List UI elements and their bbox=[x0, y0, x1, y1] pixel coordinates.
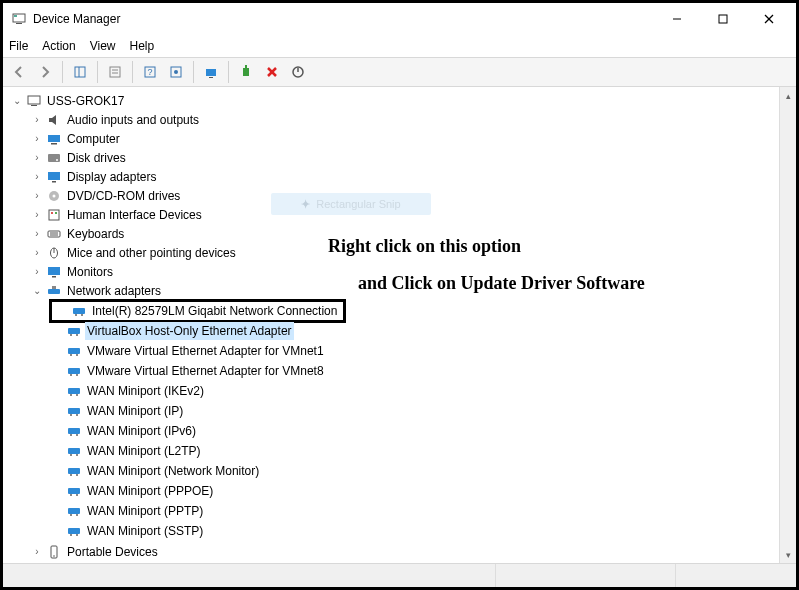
svg-rect-58 bbox=[76, 394, 78, 396]
tree-category[interactable]: ›Display adapters bbox=[29, 168, 160, 186]
properties-button[interactable] bbox=[103, 60, 127, 84]
tree-device[interactable]: VirtualBox Host-Only Ethernet Adapter bbox=[49, 322, 296, 340]
tree-device[interactable]: WAN Miniport (Network Monitor) bbox=[49, 462, 263, 480]
tree-device-label: WAN Miniport (PPTP) bbox=[85, 502, 205, 520]
tree-device-label: WAN Miniport (L2TP) bbox=[85, 442, 203, 460]
scroll-down-icon[interactable]: ▾ bbox=[780, 546, 796, 563]
network-adapter-icon bbox=[66, 383, 82, 399]
stop-device-button[interactable] bbox=[286, 60, 310, 84]
mouse-icon bbox=[46, 245, 62, 261]
keyboard-icon bbox=[46, 226, 62, 242]
tree-device[interactable]: WAN Miniport (IPv6) bbox=[49, 422, 200, 440]
computer-icon bbox=[46, 131, 62, 147]
close-button[interactable] bbox=[746, 4, 792, 34]
tree-device-label: WAN Miniport (Network Monitor) bbox=[85, 462, 261, 480]
tree-category[interactable]: ›Human Interface Devices bbox=[29, 206, 206, 224]
tree-category[interactable]: ›Keyboards bbox=[29, 225, 128, 243]
svg-rect-47 bbox=[68, 328, 80, 334]
tree-category-label: Network adapters bbox=[65, 282, 163, 300]
chevron-down-icon[interactable]: ⌄ bbox=[11, 95, 23, 107]
chevron-right-icon[interactable]: › bbox=[31, 228, 43, 240]
tree-category[interactable]: ›Disk drives bbox=[29, 149, 130, 167]
menu-action[interactable]: Action bbox=[42, 39, 75, 53]
disk-icon bbox=[46, 150, 62, 166]
chevron-right-icon[interactable]: › bbox=[31, 247, 43, 259]
uninstall-device-button[interactable] bbox=[260, 60, 284, 84]
chevron-right-icon[interactable]: › bbox=[31, 152, 43, 164]
menu-view[interactable]: View bbox=[90, 39, 116, 53]
svg-rect-78 bbox=[70, 534, 72, 536]
back-button[interactable] bbox=[7, 60, 31, 84]
tree-device-label: VMware Virtual Ethernet Adapter for VMne… bbox=[85, 342, 326, 360]
chevron-right-icon[interactable]: › bbox=[31, 190, 43, 202]
svg-rect-33 bbox=[51, 212, 53, 214]
tree-device[interactable]: WAN Miniport (PPPOE) bbox=[49, 482, 217, 500]
statusbar bbox=[3, 563, 796, 587]
menu-help[interactable]: Help bbox=[130, 39, 155, 53]
svg-rect-46 bbox=[81, 314, 83, 316]
window-controls bbox=[654, 4, 792, 34]
show-hide-console-tree-button[interactable] bbox=[68, 60, 92, 84]
tree-device[interactable]: VMware Virtual Ethernet Adapter for VMne… bbox=[49, 362, 328, 380]
tree-device[interactable]: WAN Miniport (SSTP) bbox=[49, 522, 207, 540]
minimize-button[interactable] bbox=[654, 4, 700, 34]
tree-category[interactable]: ›Mice and other pointing devices bbox=[29, 244, 240, 262]
chevron-down-icon[interactable]: ⌄ bbox=[31, 285, 43, 297]
scroll-up-icon[interactable]: ▴ bbox=[780, 87, 796, 104]
menubar: File Action View Help bbox=[3, 35, 796, 57]
svg-rect-4 bbox=[719, 15, 727, 23]
computer-icon bbox=[26, 93, 42, 109]
enable-device-button[interactable] bbox=[234, 60, 258, 84]
forward-button[interactable] bbox=[33, 60, 57, 84]
chevron-right-icon[interactable]: › bbox=[31, 171, 43, 183]
tree-category[interactable]: ›DVD/CD-ROM drives bbox=[29, 187, 184, 205]
tree-category[interactable]: ›Ports (COM & LPT) bbox=[29, 562, 175, 563]
monitor-icon bbox=[46, 264, 62, 280]
scan-hardware-button[interactable] bbox=[199, 60, 223, 84]
tree-device[interactable]: WAN Miniport (L2TP) bbox=[49, 442, 205, 460]
tree-category[interactable]: ›Computer bbox=[29, 130, 124, 148]
portable-icon bbox=[46, 544, 62, 560]
chevron-right-icon[interactable]: › bbox=[31, 546, 43, 558]
tree-category[interactable]: ⌄Network adapters bbox=[29, 282, 165, 300]
network-adapter-icon bbox=[66, 483, 82, 499]
svg-rect-72 bbox=[70, 494, 72, 496]
svg-rect-71 bbox=[68, 488, 80, 494]
device-tree[interactable]: ✦ Rectangular Snip Right click on this o… bbox=[3, 87, 779, 563]
network-adapter-icon bbox=[66, 463, 82, 479]
svg-rect-26 bbox=[48, 154, 60, 162]
maximize-button[interactable] bbox=[700, 4, 746, 34]
tree-device-label: WAN Miniport (IKEv2) bbox=[85, 382, 206, 400]
app-icon bbox=[11, 11, 27, 27]
content-area: ✦ Rectangular Snip Right click on this o… bbox=[3, 87, 796, 563]
svg-rect-17 bbox=[209, 77, 213, 78]
tree-device[interactable]: VMware Virtual Ethernet Adapter for VMne… bbox=[49, 342, 328, 360]
tree-device[interactable]: WAN Miniport (IP) bbox=[49, 402, 187, 420]
svg-rect-61 bbox=[76, 414, 78, 416]
tree-root-label: USS-GROK17 bbox=[45, 92, 126, 110]
tree-device[interactable]: Intel(R) 82579LM Giqabit Network Connect… bbox=[49, 299, 346, 323]
tree-device[interactable]: WAN Miniport (PPTP) bbox=[49, 502, 207, 520]
svg-rect-16 bbox=[206, 69, 216, 76]
update-driver-button[interactable] bbox=[164, 60, 188, 84]
svg-point-27 bbox=[56, 159, 58, 161]
tree-category[interactable]: ›Portable Devices bbox=[29, 543, 162, 561]
chevron-right-icon[interactable]: › bbox=[31, 266, 43, 278]
chevron-right-icon[interactable]: › bbox=[31, 114, 43, 126]
chevron-right-icon[interactable]: › bbox=[31, 209, 43, 221]
vertical-scrollbar[interactable]: ▴ ▾ bbox=[779, 87, 796, 563]
tree-root[interactable]: ⌄ USS-GROK17 bbox=[9, 92, 128, 110]
tree-category-label: Human Interface Devices bbox=[65, 206, 204, 224]
tree-category-label: Keyboards bbox=[65, 225, 126, 243]
tree-category[interactable]: ›Audio inputs and outputs bbox=[29, 111, 203, 129]
audio-icon bbox=[46, 112, 62, 128]
menu-file[interactable]: File bbox=[9, 39, 28, 53]
chevron-right-icon[interactable]: › bbox=[31, 133, 43, 145]
help-button[interactable]: ? bbox=[138, 60, 162, 84]
tree-category[interactable]: ›Monitors bbox=[29, 263, 117, 281]
svg-rect-69 bbox=[70, 474, 72, 476]
tree-category-label: Mice and other pointing devices bbox=[65, 244, 238, 262]
tree-device[interactable]: WAN Miniport (IKEv2) bbox=[49, 382, 208, 400]
svg-rect-1 bbox=[16, 23, 22, 24]
svg-rect-24 bbox=[48, 135, 60, 142]
